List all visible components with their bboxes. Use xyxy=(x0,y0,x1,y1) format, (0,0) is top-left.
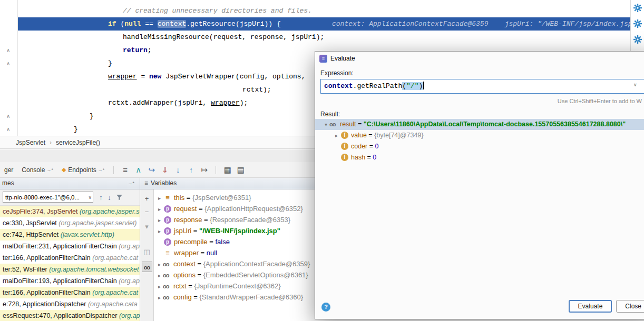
jump-to-icon[interactable]: →* xyxy=(98,167,105,173)
frame-row[interactable]: ter:166, ApplicationFilterChain (org.apa… xyxy=(0,252,140,264)
chevron-down-icon[interactable]: ∨ xyxy=(88,192,92,203)
editor-gutter: ∧∧∧∧ xyxy=(0,0,18,136)
frame-package: (org.apache.jasper.servlet) xyxy=(58,219,136,227)
tab-debugger[interactable]: ger xyxy=(0,162,17,178)
step-out-icon[interactable]: ↑ xyxy=(184,163,198,177)
frames-panel-header[interactable]: mes →* xyxy=(0,178,140,189)
equals-sign: = xyxy=(367,143,375,150)
code-token: } xyxy=(74,125,78,133)
fold-marker-icon[interactable]: ∧ xyxy=(6,57,10,70)
variable-value: false xyxy=(215,238,229,246)
force-step-into-icon[interactable]: ⇓ xyxy=(158,163,171,177)
tab-console[interactable]: Console→* xyxy=(17,162,57,178)
expand-chevron-icon[interactable]: ▸ xyxy=(333,130,340,141)
field-name: hash xyxy=(351,154,365,161)
code-token: rctxt); xyxy=(242,86,271,94)
help-icon[interactable]: ? xyxy=(321,303,330,312)
step-into-icon[interactable]: ↓ xyxy=(171,163,184,177)
code-token: // creating unnecessary directories and … xyxy=(123,7,312,15)
duplicate-watch-icon[interactable]: ◫ xyxy=(142,247,152,257)
evaluate-dialog-titlebar[interactable]: ≡ Evaluate xyxy=(315,52,644,65)
breadcrumb-separator-icon: › xyxy=(50,139,52,146)
expand-chevron-icon[interactable]: ▸ xyxy=(156,204,163,215)
gear-icon[interactable] xyxy=(633,19,642,28)
code-line[interactable]: rctxt.addWrapper(jspUri, wrapper); xyxy=(108,96,248,109)
expression-history-icon[interactable]: ∨ xyxy=(633,82,637,87)
gear-icon[interactable] xyxy=(633,35,642,44)
expand-chevron-icon[interactable]: ▸ xyxy=(156,259,163,270)
frame-row[interactable]: ter:52, WsFilter (org.apache.tomcat.webs… xyxy=(0,264,140,275)
frame-row[interactable]: rnalDoFilter:193, ApplicationFilterChain… xyxy=(0,275,140,287)
collapse-chevron-icon[interactable]: ▾ xyxy=(323,119,329,130)
code-line[interactable]: } xyxy=(90,109,94,123)
variable-name: request xyxy=(174,205,197,213)
code-token: handleMissingResource(request, response,… xyxy=(123,33,324,41)
fold-marker-icon[interactable]: ∧ xyxy=(6,123,10,136)
frame-row[interactable]: ter:166, ApplicationFilterChain (org.apa… xyxy=(0,287,140,298)
variable-name: config xyxy=(173,293,192,301)
evaluate-button[interactable]: Evaluate xyxy=(569,300,612,313)
frame-row[interactable]: ce:330, JspServlet (org.apache.jasper.se… xyxy=(0,217,140,229)
tab-endpoints[interactable]: ◆Endpoints→* xyxy=(57,162,109,178)
expression-label: Expression: xyxy=(320,69,354,77)
result-child-row[interactable]: fcoder = 0 xyxy=(315,141,644,152)
thread-selector[interactable]: ttp-nio-8080-exec-1"@6,0... ∨ xyxy=(3,192,93,203)
step-over-icon[interactable]: ↪ xyxy=(145,163,158,177)
expand-chevron-icon[interactable]: ▸ xyxy=(156,292,163,303)
run-to-cursor-icon[interactable]: ↦ xyxy=(198,163,211,177)
result-row[interactable]: ▾ooresult = "C:\Users\11860\AppData\Loca… xyxy=(315,119,644,130)
jump-to-icon[interactable]: →* xyxy=(46,167,53,173)
previous-frame-icon[interactable]: ↑ xyxy=(99,193,103,202)
restore-layout-icon[interactable]: ≡ xyxy=(119,163,132,177)
fold-marker-icon[interactable]: ∧ xyxy=(6,44,10,57)
frame-row[interactable]: e:728, ApplicationDispatcher (org.apache… xyxy=(0,298,140,310)
frame-row[interactable]: rnalDoFilter:231, ApplicationFilterChain… xyxy=(0,240,140,252)
gear-icon[interactable] xyxy=(633,3,642,13)
expand-chevron-icon[interactable]: ▸ xyxy=(156,193,163,204)
code-line[interactable]: return; xyxy=(123,44,152,57)
fold-marker-icon[interactable]: ∧ xyxy=(6,109,10,123)
variable-name: this xyxy=(174,194,184,202)
expand-chevron-icon[interactable]: ▸ xyxy=(156,270,163,281)
equals-sign: = xyxy=(208,238,216,246)
frame-row[interactable]: ce:742, HttpServlet (javax.servlet.http) xyxy=(0,229,140,240)
expand-chevron-icon[interactable]: ▸ xyxy=(156,215,163,226)
breadcrumb-item-class[interactable]: JspServlet xyxy=(16,139,45,146)
frame-location: e:728, ApplicationDispatcher xyxy=(3,300,88,308)
next-frame-icon[interactable]: ↓ xyxy=(108,193,111,202)
variable-name: response xyxy=(174,216,202,224)
evaluate-dialog-title: Evaluate xyxy=(330,55,355,62)
frame-row[interactable]: ceJspFile:374, JspServlet (org.apache.ja… xyxy=(0,206,140,217)
code-line[interactable]: wrapper = new JspServletWrapper(config, … xyxy=(108,70,305,83)
code-line[interactable]: } xyxy=(74,123,78,136)
expand-chevron-icon[interactable]: ▸ xyxy=(156,281,163,292)
code-line[interactable]: } xyxy=(108,57,112,70)
close-button[interactable]: Close xyxy=(616,300,644,313)
breadcrumb-item-method[interactable]: serviceJspFile() xyxy=(56,139,100,146)
value-icon: ≡ xyxy=(164,247,171,258)
add-watch-icon[interactable]: + xyxy=(142,194,152,204)
move-watch-down-icon[interactable]: ▾ xyxy=(142,222,152,232)
filter-frames-icon[interactable] xyxy=(116,194,123,200)
expand-chevron-icon[interactable]: ▸ xyxy=(156,226,163,237)
result-child-row[interactable]: ▸fvalue = {byte[74]@7349} xyxy=(315,130,644,141)
dialog-buttons: Evaluate Close xyxy=(569,300,644,313)
remove-watch-icon[interactable]: − xyxy=(142,207,152,217)
equals-sign: = xyxy=(356,121,364,128)
view-as-table-icon[interactable]: ▦ xyxy=(221,163,234,177)
layout-settings-icon[interactable]: ▤ xyxy=(234,163,247,177)
code-line[interactable]: rctxt); xyxy=(242,83,271,96)
show-watches-icon[interactable]: oo xyxy=(142,262,152,272)
expression-input[interactable]: context.getRealPath("/") xyxy=(320,79,644,94)
equals-sign: = xyxy=(192,293,200,301)
show-execution-point-icon[interactable]: ∧ xyxy=(132,163,145,177)
execution-line[interactable]: if (null == context.getResource(jspUri))… xyxy=(17,17,630,31)
code-line[interactable]: // creating unnecessary directories and … xyxy=(123,4,312,17)
result-child-row[interactable]: fhash = 0 xyxy=(315,152,644,163)
variable-value: null xyxy=(207,249,217,257)
execution-line-code: if (null == context.getResource(jspUri))… xyxy=(108,17,281,31)
frame-row[interactable]: essRequest:470, ApplicationDispatcher (o… xyxy=(0,310,140,321)
code-line[interactable]: handleMissingResource(request, response,… xyxy=(123,31,324,44)
jump-to-source-icon[interactable]: →* xyxy=(128,178,134,189)
code-token: null xyxy=(124,20,141,28)
